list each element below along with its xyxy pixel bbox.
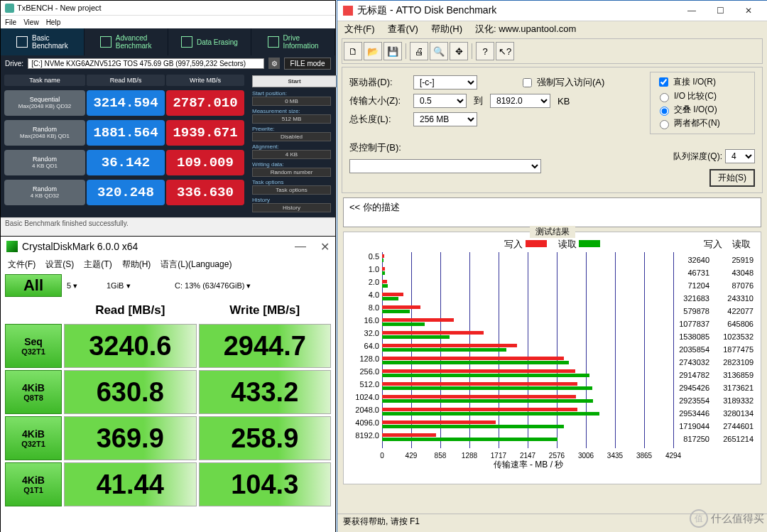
read-bar bbox=[382, 374, 589, 377]
open-icon[interactable]: 📂 bbox=[364, 42, 382, 60]
all-button[interactable]: All bbox=[5, 274, 62, 297]
tab-basic-benchmark[interactable]: Basic Benchmark bbox=[1, 28, 85, 55]
menu-help[interactable]: 帮助(H) bbox=[122, 259, 151, 271]
menu-view[interactable]: View bbox=[23, 18, 39, 26]
tab-advanced-benchmark[interactable]: Advanced Benchmark bbox=[85, 28, 168, 55]
benchmark-body: Task name Read MB/s Write MB/s Sequentia… bbox=[1, 71, 335, 233]
side-button[interactable]: Task options bbox=[252, 185, 331, 195]
direct-io-checkbox[interactable] bbox=[659, 77, 668, 87]
menu-file[interactable]: 文件(F) bbox=[344, 23, 375, 36]
size-select[interactable]: 1GiB ▾ bbox=[107, 281, 170, 291]
results-title: 测试结果 bbox=[530, 226, 575, 238]
minimize-button[interactable]: — bbox=[295, 240, 306, 254]
controlled-select[interactable] bbox=[349, 159, 541, 173]
menu-file[interactable]: File bbox=[5, 18, 16, 26]
write-value: 109.009 bbox=[166, 150, 244, 175]
side-value[interactable]: 4 KB bbox=[252, 150, 331, 159]
menu-view[interactable]: 查看(V) bbox=[388, 23, 418, 36]
side-value[interactable]: Disabled bbox=[252, 132, 331, 141]
side-value[interactable]: Random number bbox=[252, 168, 331, 177]
queue-depth-select[interactable]: 4 bbox=[725, 149, 755, 163]
menu-settings[interactable]: 设置(S) bbox=[45, 259, 74, 271]
io-neither-radio[interactable] bbox=[660, 120, 669, 129]
cdm-icon bbox=[6, 241, 18, 252]
atto-icon bbox=[343, 6, 353, 16]
results-panel: 测试结果 写入 读取 写入 读取 传输速率 - MB / 秒 042985812… bbox=[343, 232, 761, 484]
save-icon[interactable]: 💾 bbox=[384, 42, 402, 60]
print-icon[interactable]: 🖨 bbox=[410, 42, 428, 60]
test-name[interactable]: Random4 KB QD1 bbox=[4, 150, 85, 175]
close-button[interactable]: ✕ bbox=[736, 4, 761, 18]
menu-theme[interactable]: 主题(T) bbox=[84, 259, 111, 271]
cdm-grid: All 5 ▾ 1GiB ▾ C: 13% (63/476GiB) ▾ Read… bbox=[1, 272, 335, 509]
txbench-title: TxBENCH - New project bbox=[17, 4, 102, 12]
col-header-read: Read MB/s bbox=[87, 75, 165, 86]
tab-data-erasing[interactable]: Data Erasing bbox=[168, 28, 252, 55]
menu-help[interactable]: 帮助(H) bbox=[431, 23, 462, 36]
runs-select[interactable]: 5 ▾ bbox=[67, 281, 102, 291]
length-select[interactable]: 256 MB bbox=[413, 112, 477, 126]
force-write-checkbox[interactable] bbox=[523, 78, 532, 87]
side-button[interactable]: History bbox=[252, 203, 331, 212]
description-box[interactable]: << 你的描述 bbox=[343, 197, 761, 227]
close-button[interactable]: ✕ bbox=[320, 240, 330, 254]
controlled-label: 受控制于(B): bbox=[349, 141, 406, 154]
io-frame: 直接 I/O(R) I/O 比较(C) 交叠 I/O(O) 两者都不(N) bbox=[650, 72, 755, 134]
atto-config: 驱动器(D): [-c-] 强制写入访问(A) 传输大小(Z): 0.5 到 8… bbox=[342, 67, 763, 193]
results-chart: 传输速率 - MB / 秒 04298581288171721472576300… bbox=[348, 252, 675, 458]
write-value: 1939.671 bbox=[166, 120, 244, 146]
drive-select[interactable]: [-c-] bbox=[413, 75, 477, 89]
xfer-to-select[interactable]: 8192.0 bbox=[490, 94, 550, 108]
read-bar bbox=[382, 271, 385, 275]
write-bar bbox=[382, 318, 454, 322]
side-panel: Start Start position:0 MBMeasurement siz… bbox=[248, 74, 332, 230]
test-button-4KiB-Q32T1[interactable]: 4KiBQ32T1 bbox=[5, 416, 62, 460]
filemode-button[interactable]: FILE mode bbox=[284, 58, 331, 70]
write-value: 2787.010 bbox=[166, 90, 244, 116]
menu-language[interactable]: 语言(L)(Language) bbox=[161, 259, 232, 271]
maximize-button[interactable]: ☐ bbox=[707, 4, 733, 18]
header-write: Write [MB/s] bbox=[199, 299, 332, 322]
drive-select[interactable]: C: 13% (63/476GiB) ▾ bbox=[175, 281, 328, 291]
write-bar bbox=[382, 420, 496, 424]
io-compare-radio[interactable] bbox=[660, 93, 669, 102]
drive-select[interactable]: [C:] NVMe KXG6AZNV512G TOS 475.69 GB (99… bbox=[28, 58, 264, 69]
test-name[interactable]: RandomMax(2048 KB) QD1 bbox=[4, 120, 85, 146]
read-swatch bbox=[579, 240, 600, 247]
move-icon[interactable]: ✥ bbox=[450, 42, 468, 60]
txbench-window: TxBENCH - New project File View Help Bas… bbox=[1, 1, 335, 235]
test-button-Seq-Q32T1[interactable]: SeqQ32T1 bbox=[5, 324, 62, 368]
io-overlap-radio[interactable] bbox=[660, 107, 669, 116]
read-value: 3214.594 bbox=[87, 90, 165, 116]
adv-icon bbox=[100, 36, 111, 48]
test-button-4KiB-Q1T1[interactable]: 4KiBQ1T1 bbox=[5, 462, 62, 506]
new-icon[interactable]: 🗋 bbox=[344, 42, 362, 60]
minimize-button[interactable]: — bbox=[679, 4, 705, 18]
write-bar bbox=[382, 395, 576, 398]
start-button[interactable]: Start bbox=[252, 75, 337, 87]
side-value[interactable]: 0 MB bbox=[252, 97, 331, 106]
preview-icon[interactable]: 🔍 bbox=[430, 42, 448, 60]
test-name[interactable]: Random4 KB QD32 bbox=[4, 180, 85, 205]
start-button[interactable]: 开始(S) bbox=[709, 169, 755, 187]
menu-file[interactable]: 文件(F) bbox=[8, 259, 36, 271]
read-bar bbox=[382, 348, 506, 352]
tab-drive-information[interactable]: Drive Information bbox=[251, 28, 335, 55]
read-value: 320.248 bbox=[87, 180, 165, 205]
gear-icon[interactable]: ⚙ bbox=[268, 58, 280, 69]
xfer-from-select[interactable]: 0.5 bbox=[413, 94, 467, 108]
txbench-status: Basic Benchmark finished successfully. bbox=[1, 217, 335, 235]
test-button-4KiB-Q8T8[interactable]: 4KiBQ8T8 bbox=[5, 370, 62, 414]
help-icon[interactable]: ? bbox=[476, 42, 494, 60]
read-value: 1881.564 bbox=[87, 120, 165, 146]
read-cell: 369.9 bbox=[64, 416, 197, 460]
menu-help[interactable]: Help bbox=[46, 18, 61, 26]
read-bar bbox=[382, 335, 450, 339]
write-bar bbox=[382, 408, 577, 411]
whatsthis-icon[interactable]: ↖? bbox=[496, 42, 514, 60]
write-bar bbox=[382, 369, 575, 373]
txbench-titlebar: TxBENCH - New project bbox=[1, 1, 335, 16]
txbench-tabbar: Basic Benchmark Advanced Benchmark Data … bbox=[1, 28, 335, 55]
side-value[interactable]: 512 MB bbox=[252, 114, 331, 124]
test-name[interactable]: SequentialMax(2048 KB) QD32 bbox=[4, 90, 85, 116]
